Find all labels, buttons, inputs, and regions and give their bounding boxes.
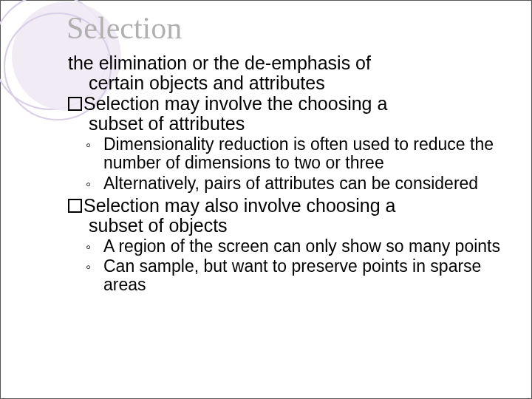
hollow-bullet-icon: ◦: [86, 257, 103, 295]
intro-line-2: certain objects and attributes: [68, 73, 514, 93]
point-1: Selection may involve the choosing a sub…: [68, 94, 514, 134]
list-item: ◦ Can sample, but want to preserve point…: [86, 257, 514, 295]
slide-body: the elimination or the de-emphasis of ce…: [68, 53, 514, 298]
point-2-line-1: Selection may also involve choosing a: [83, 195, 395, 216]
sub-list-b: ◦ A region of the screen can only show s…: [86, 237, 514, 295]
sub-item-text: Dimensionality reduction is often used t…: [103, 135, 514, 173]
square-bullet-icon: [68, 97, 82, 111]
sub-item-text: Can sample, but want to preserve points …: [103, 257, 514, 295]
point-2-line-2: subset of objects: [90, 216, 514, 236]
point-1-line-1: Selection may involve the choosing a: [83, 93, 387, 114]
hollow-bullet-icon: ◦: [86, 174, 103, 193]
point-2: Selection may also involve choosing a su…: [68, 196, 514, 236]
point-1-line-2: subset of attributes: [90, 114, 514, 134]
intro-text: the elimination or the de-emphasis of ce…: [68, 53, 514, 93]
list-item: ◦ Dimensionality reduction is often used…: [86, 135, 514, 173]
sub-list-a: ◦ Dimensionality reduction is often used…: [86, 135, 514, 193]
intro-line-1: the elimination or the de-emphasis of: [68, 52, 371, 73]
list-item: ◦ Alternatively, pairs of attributes can…: [86, 174, 514, 193]
hollow-bullet-icon: ◦: [86, 135, 103, 173]
sub-item-text: A region of the screen can only show so …: [103, 237, 514, 256]
list-item: ◦ A region of the screen can only show s…: [86, 237, 514, 256]
square-bullet-icon: [68, 199, 82, 213]
sub-item-text: Alternatively, pairs of attributes can b…: [103, 174, 514, 193]
hollow-bullet-icon: ◦: [86, 237, 103, 256]
slide-title: Selection: [66, 10, 182, 46]
